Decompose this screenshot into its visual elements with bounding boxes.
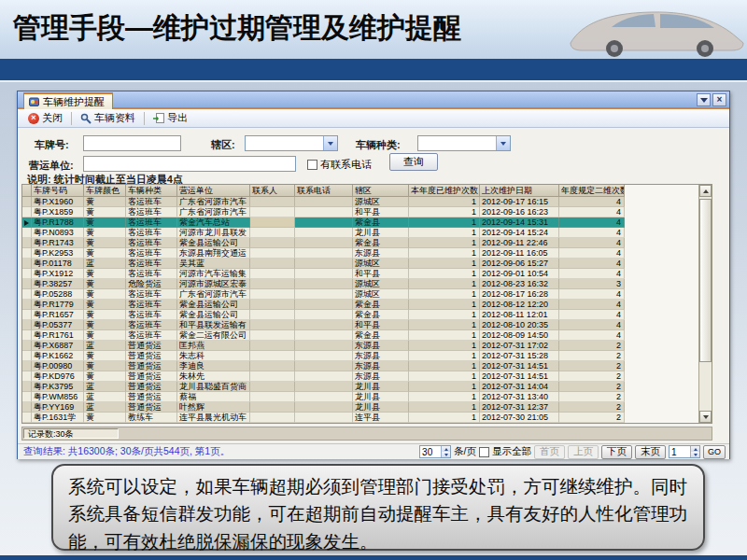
- dropdown-button[interactable]: [323, 136, 337, 150]
- grid-cell[interactable]: 2: [559, 361, 625, 371]
- grid-cell[interactable]: 危险货运: [126, 279, 177, 289]
- grid-cell[interactable]: 龙川县聪盛百货商: [177, 382, 250, 392]
- grid-cell[interactable]: 2012-07-31 14:51: [480, 361, 559, 371]
- vehicle-info-button[interactable]: 车辆资料: [75, 110, 141, 126]
- grid-cell[interactable]: 客运班车: [126, 197, 177, 207]
- grid-cell[interactable]: [250, 279, 295, 289]
- grid-cell[interactable]: 朱林先: [177, 371, 250, 382]
- table-row[interactable]: 粤P.01178蓝客运班车吴其蓝源城区12012-09-06 15:274: [22, 259, 698, 269]
- grid-cell[interactable]: 1: [409, 197, 480, 207]
- grid-cell[interactable]: 2012-08-17 16:28: [480, 289, 559, 300]
- grid-cell[interactable]: 1: [409, 248, 480, 259]
- grid-cell[interactable]: 紫金县: [353, 300, 409, 310]
- grid-cell[interactable]: 2012-09-01 10:54: [480, 269, 559, 279]
- grid-cell[interactable]: 客运班车: [126, 207, 177, 217]
- grid-cell[interactable]: [295, 269, 353, 279]
- grid-cell[interactable]: 2: [559, 341, 625, 351]
- grid-cell[interactable]: 黄: [84, 330, 126, 341]
- dropdown-button[interactable]: [496, 136, 510, 150]
- grid-cell[interactable]: 1: [409, 361, 480, 371]
- grid-cell[interactable]: 2012-08-09 14:50: [480, 330, 559, 341]
- grid-cell[interactable]: 河源市源城区宏泰: [177, 279, 250, 289]
- grid-cell[interactable]: 东源县南翔交通运: [177, 248, 250, 259]
- grid-cell[interactable]: [250, 259, 295, 269]
- table-row[interactable]: 粤P.KD976黄普通货运朱林先东源县12012-07-31 14:512: [22, 371, 698, 382]
- grid-cell[interactable]: 4: [559, 248, 625, 259]
- grid-cell[interactable]: 紫金县运输公司: [177, 238, 250, 248]
- grid-cell[interactable]: 紫金二运有限公司: [177, 330, 250, 341]
- grid-cell[interactable]: 黄: [84, 248, 126, 259]
- grid-cell[interactable]: 紫金县: [353, 330, 409, 341]
- grid-cell[interactable]: 1: [409, 351, 480, 361]
- operator-input[interactable]: [83, 156, 296, 172]
- grid-cell[interactable]: 粤P.01178: [32, 259, 84, 269]
- grid-cell[interactable]: 和平县联发运输有: [177, 320, 250, 330]
- window-menu-button[interactable]: [697, 93, 711, 106]
- grid-cell[interactable]: 1: [409, 320, 480, 330]
- grid-cell[interactable]: [295, 351, 353, 361]
- grid-cell[interactable]: 4: [559, 320, 625, 330]
- grid-cell[interactable]: 1: [409, 279, 480, 289]
- grid-cell[interactable]: 粤P.R1779: [32, 300, 84, 310]
- export-button[interactable]: 导出: [148, 110, 193, 126]
- go-button[interactable]: GO: [703, 445, 726, 459]
- grid-cell[interactable]: 2012-09-11 16:05: [480, 248, 559, 259]
- grid-cell[interactable]: [250, 310, 295, 320]
- plate-input[interactable]: [83, 135, 181, 151]
- grid-cell[interactable]: 东源县: [353, 341, 409, 351]
- grid-cell[interactable]: 蓝: [84, 341, 126, 351]
- grid-cell[interactable]: 东源县: [353, 371, 409, 382]
- grid-cell[interactable]: 粤P.X1859: [32, 207, 84, 217]
- grid-cell[interactable]: 教练车: [126, 413, 177, 423]
- close-button[interactable]: × 关闭: [22, 110, 68, 126]
- grid-cell[interactable]: [295, 361, 353, 371]
- grid-cell[interactable]: 粤P.N0893: [32, 228, 84, 238]
- grid-cell[interactable]: 3: [559, 279, 625, 289]
- grid-cell[interactable]: 1: [409, 413, 480, 423]
- grid-cell[interactable]: 和平县: [353, 207, 409, 217]
- grid-cell[interactable]: 普通货运: [126, 371, 177, 382]
- grid-cell[interactable]: [250, 197, 295, 207]
- grid-cell[interactable]: 1: [409, 382, 480, 392]
- grid-cell[interactable]: 叶然辉: [177, 402, 250, 413]
- grid-cell[interactable]: 4: [559, 238, 625, 248]
- grid-cell[interactable]: [250, 413, 295, 423]
- prev-page-button[interactable]: 上页: [568, 445, 599, 459]
- grid-cell[interactable]: 蔡福: [177, 392, 250, 402]
- grid-cell[interactable]: 粤P.YY169: [32, 402, 84, 413]
- vehicle-type-select[interactable]: [417, 135, 511, 151]
- grid-cell[interactable]: 粤P.R1657: [32, 310, 84, 320]
- grid-cell[interactable]: 黄: [84, 300, 126, 310]
- grid-cell[interactable]: [295, 248, 353, 259]
- column-header[interactable]: 车牌号码: [32, 185, 84, 197]
- grid-cell[interactable]: 李迪良: [177, 361, 250, 371]
- grid-cell[interactable]: [295, 413, 353, 423]
- grid-cell[interactable]: 黄: [84, 197, 126, 207]
- grid-cell[interactable]: 1: [409, 300, 480, 310]
- grid-cell[interactable]: 黄: [84, 217, 126, 228]
- grid-cell[interactable]: 源城区: [353, 259, 409, 269]
- table-row[interactable]: 粤P.R1761黄客运班车紫金二运有限公司紫金县12012-08-09 14:5…: [22, 330, 698, 341]
- grid-cell[interactable]: 和平县: [353, 269, 409, 279]
- grid-cell[interactable]: 1: [409, 392, 480, 402]
- grid-cell[interactable]: 2012-08-11 12:01: [480, 310, 559, 320]
- grid-cell[interactable]: 广东省河源市汽车: [177, 289, 250, 300]
- grid-cell[interactable]: [295, 382, 353, 392]
- table-row[interactable]: 粤P.K1662黄普通货运朱志科东源县12012-07-31 15:282: [22, 351, 698, 361]
- grid-cell[interactable]: 1: [409, 207, 480, 217]
- grid-cell[interactable]: 2012-09-14 15:31: [480, 217, 559, 228]
- grid-cell[interactable]: 源城区: [353, 289, 409, 300]
- grid-cell[interactable]: 客运班车: [126, 248, 177, 259]
- grid-cell[interactable]: 普通货运: [126, 341, 177, 351]
- table-row[interactable]: 粤P.R1779黄客运班车紫金县运输公司紫金县12012-08-12 12:20…: [22, 300, 698, 310]
- grid-cell[interactable]: 4: [559, 207, 625, 217]
- spin-down-icon[interactable]: [441, 452, 450, 457]
- grid-cell[interactable]: 蓝: [84, 259, 126, 269]
- grid-cell[interactable]: 2012-07-30 21:05: [480, 413, 559, 423]
- table-row[interactable]: 粤P.X6887蓝普通货运匡邦燕东源县12012-07-31 17:022: [22, 341, 698, 351]
- grid-cell[interactable]: 匡邦燕: [177, 341, 250, 351]
- page-size-stepper[interactable]: [419, 445, 451, 458]
- grid-cell[interactable]: 粤P.38257: [32, 279, 84, 289]
- grid-cell[interactable]: 黄: [84, 289, 126, 300]
- grid-cell[interactable]: 2012-07-31 14:04: [480, 382, 559, 392]
